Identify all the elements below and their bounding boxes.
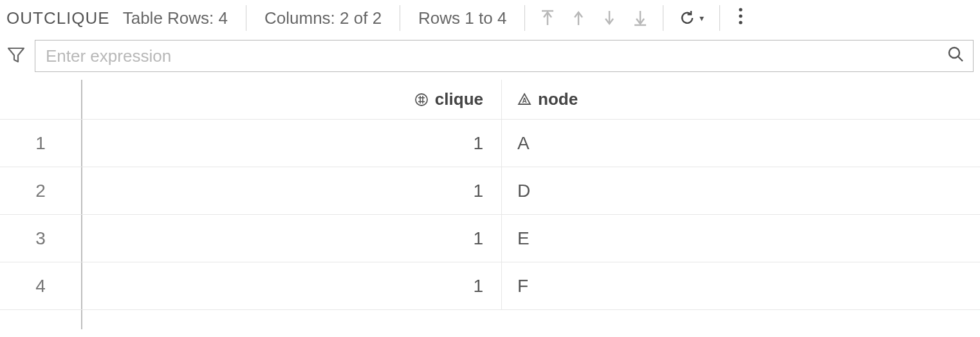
- svg-text:A: A: [522, 97, 526, 104]
- data-table: clique A node 1 1 A 2 1 D 3 1 E 4 1 F: [0, 80, 980, 329]
- dropdown-caret-icon: ▾: [699, 13, 704, 23]
- divider: [400, 5, 400, 31]
- divider: [719, 5, 720, 31]
- divider: [246, 5, 246, 31]
- svg-point-8: [739, 21, 743, 24]
- character-type-icon: A: [517, 93, 532, 107]
- go-up-icon[interactable]: [571, 10, 586, 26]
- column-header-label: clique: [435, 89, 483, 109]
- column-header-label: node: [538, 89, 578, 109]
- cell-node: F: [502, 262, 980, 309]
- rows-count-label: Table Rows: 4: [116, 8, 234, 28]
- svg-marker-9: [8, 48, 24, 62]
- table-row[interactable]: 4 1 F: [0, 262, 980, 310]
- more-vertical-icon: [738, 7, 743, 25]
- rows-range-label: Rows 1 to 4: [412, 8, 513, 28]
- svg-point-12: [416, 94, 427, 105]
- expression-input[interactable]: [44, 46, 947, 67]
- numeric-type-icon: [414, 93, 429, 107]
- table-row[interactable]: 1 1 A: [0, 120, 980, 167]
- cell-node: D: [502, 167, 980, 214]
- svg-point-7: [739, 14, 743, 17]
- expression-box: [35, 40, 974, 72]
- svg-line-11: [958, 57, 963, 61]
- table-row[interactable]: 2 1 D: [0, 167, 980, 215]
- row-number-cell: 2: [0, 167, 82, 214]
- table-title: OUTCLIQUE: [5, 8, 116, 28]
- svg-point-10: [949, 48, 959, 58]
- go-last-icon[interactable]: [633, 10, 647, 26]
- go-first-icon[interactable]: [541, 10, 555, 26]
- divider: [524, 5, 525, 31]
- toolbar: OUTCLIQUE Table Rows: 4 Columns: 2 of 2 …: [0, 0, 980, 36]
- table-footer-stub: [0, 310, 980, 329]
- cell-node: A: [502, 120, 980, 167]
- filter-icon[interactable]: [6, 45, 26, 67]
- row-number-cell: 1: [0, 120, 82, 167]
- filter-row: [0, 36, 980, 80]
- cell-clique: 1: [82, 262, 502, 309]
- table-header-row: clique A node: [0, 80, 980, 120]
- cell-clique: 1: [82, 167, 502, 214]
- row-number-cell: 3: [0, 215, 82, 262]
- column-header-node[interactable]: A node: [502, 80, 980, 119]
- search-icon[interactable]: [947, 46, 964, 67]
- divider: [663, 5, 663, 31]
- cell-node: E: [502, 215, 980, 262]
- table-row[interactable]: 3 1 E: [0, 215, 980, 262]
- row-number-cell: 4: [0, 262, 82, 309]
- cell-clique: 1: [82, 120, 502, 167]
- columns-count-label: Columns: 2 of 2: [258, 8, 388, 28]
- go-down-icon[interactable]: [602, 10, 616, 26]
- more-menu-button[interactable]: [732, 7, 750, 30]
- nav-icons-group: [537, 10, 651, 26]
- row-number-header: [0, 80, 82, 119]
- refresh-icon: [679, 10, 696, 26]
- column-header-clique[interactable]: clique: [82, 80, 502, 119]
- row-number-stub: [0, 310, 82, 329]
- svg-point-6: [739, 8, 743, 11]
- refresh-button[interactable]: ▾: [675, 10, 708, 26]
- cell-clique: 1: [82, 215, 502, 262]
